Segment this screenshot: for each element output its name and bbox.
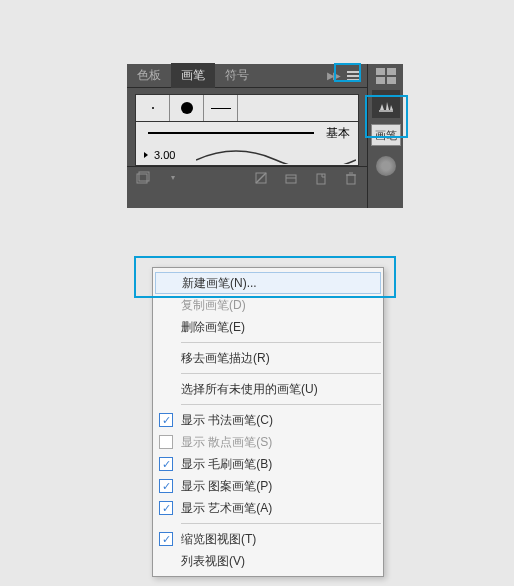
menu-item-label: 复制画笔(D) <box>181 297 246 314</box>
tab-symbols[interactable]: 符号 <box>215 63 259 88</box>
brushes-panel: 色板 画笔 符号 ▶▶ 基本 3.00 <box>127 64 403 208</box>
tabs-row: 色板 画笔 符号 ▶▶ <box>127 64 367 88</box>
basic-brush-label: 基本 <box>326 125 358 142</box>
panel-side-column: 画笔 <box>367 64 403 208</box>
brush-thumbnails-row[interactable] <box>135 94 359 122</box>
dropdown-arrow-icon[interactable] <box>144 152 148 158</box>
menu-item-9: 显示 散点画笔(S) <box>153 431 383 453</box>
stroke-preview-row[interactable]: 3.00 <box>135 144 359 166</box>
menu-item-label: 缩览图视图(T) <box>181 531 256 548</box>
delete-brush-icon[interactable] <box>343 170 359 186</box>
menu-item-label: 删除画笔(E) <box>181 319 245 336</box>
menu-item-label: 移去画笔描边(R) <box>181 350 270 367</box>
menu-item-14[interactable]: 缩览图视图(T) <box>153 528 383 550</box>
brush-thumb-1[interactable] <box>136 95 170 121</box>
menu-separator <box>181 342 381 343</box>
svg-rect-7 <box>347 175 355 184</box>
panel-bottom-toolbar: ▾ <box>127 166 367 188</box>
svg-rect-10 <box>379 110 393 112</box>
menu-item-label: 显示 书法画笔(C) <box>181 412 273 429</box>
panel-main: 色板 画笔 符号 ▶▶ 基本 3.00 <box>127 64 367 208</box>
menu-checkbox-icon <box>159 501 173 515</box>
grid-view-icon[interactable] <box>376 68 396 84</box>
menu-item-label: 显示 毛刷画笔(B) <box>181 456 272 473</box>
menu-checkbox-icon <box>159 532 173 546</box>
brush-tool-button[interactable] <box>372 90 400 118</box>
remove-stroke-icon[interactable] <box>253 170 269 186</box>
menu-item-10[interactable]: 显示 毛刷画笔(B) <box>153 453 383 475</box>
options-icon[interactable] <box>283 170 299 186</box>
menu-item-0[interactable]: 新建画笔(N)... <box>155 272 381 294</box>
menu-item-label: 新建画笔(N)... <box>182 275 257 292</box>
brush-wave-preview <box>196 146 356 164</box>
menu-separator <box>181 523 381 524</box>
color-guide-icon[interactable] <box>376 156 396 176</box>
menu-item-4[interactable]: 移去画笔描边(R) <box>153 347 383 369</box>
side-brush-label[interactable]: 画笔 <box>371 124 401 146</box>
brush-context-menu: 新建画笔(N)...复制画笔(D)删除画笔(E)移去画笔描边(R)选择所有未使用… <box>152 267 384 577</box>
basic-brush-row[interactable]: 基本 <box>135 122 359 144</box>
brush-thumb-empty <box>238 95 358 121</box>
menu-checkbox-icon <box>159 457 173 471</box>
svg-rect-6 <box>317 174 325 184</box>
brush-thumb-2[interactable] <box>170 95 204 121</box>
menu-item-11[interactable]: 显示 图案画笔(P) <box>153 475 383 497</box>
menu-item-label: 显示 艺术画笔(A) <box>181 500 272 517</box>
brush-thumb-3[interactable] <box>204 95 238 121</box>
svg-rect-4 <box>286 175 296 183</box>
collapse-arrows-icon[interactable]: ▶▶ <box>323 70 343 81</box>
menu-item-6[interactable]: 选择所有未使用的画笔(U) <box>153 378 383 400</box>
tab-brushes[interactable]: 画笔 <box>171 63 215 88</box>
menu-item-label: 列表视图(V) <box>181 553 245 570</box>
library-icon[interactable] <box>135 170 151 186</box>
stroke-width-value: 3.00 <box>154 149 177 161</box>
panel-menu-icon[interactable] <box>343 67 363 85</box>
menu-checkbox-icon <box>159 435 173 449</box>
menu-item-label: 显示 散点画笔(S) <box>181 434 272 451</box>
menu-item-label: 显示 图案画笔(P) <box>181 478 272 495</box>
menu-checkbox-icon <box>159 479 173 493</box>
basic-stroke-preview <box>148 132 314 134</box>
menu-checkbox-icon <box>159 413 173 427</box>
menu-separator <box>181 373 381 374</box>
new-brush-icon[interactable] <box>313 170 329 186</box>
tab-swatches[interactable]: 色板 <box>127 63 171 88</box>
menu-item-15[interactable]: 列表视图(V) <box>153 550 383 572</box>
menu-item-12[interactable]: 显示 艺术画笔(A) <box>153 497 383 519</box>
menu-item-label: 选择所有未使用的画笔(U) <box>181 381 318 398</box>
menu-separator <box>181 404 381 405</box>
menu-item-1: 复制画笔(D) <box>153 294 383 316</box>
menu-item-2[interactable]: 删除画笔(E) <box>153 316 383 338</box>
svg-line-2 <box>256 173 266 183</box>
menu-item-8[interactable]: 显示 书法画笔(C) <box>153 409 383 431</box>
toolbar-dropdown-icon[interactable]: ▾ <box>165 170 181 186</box>
